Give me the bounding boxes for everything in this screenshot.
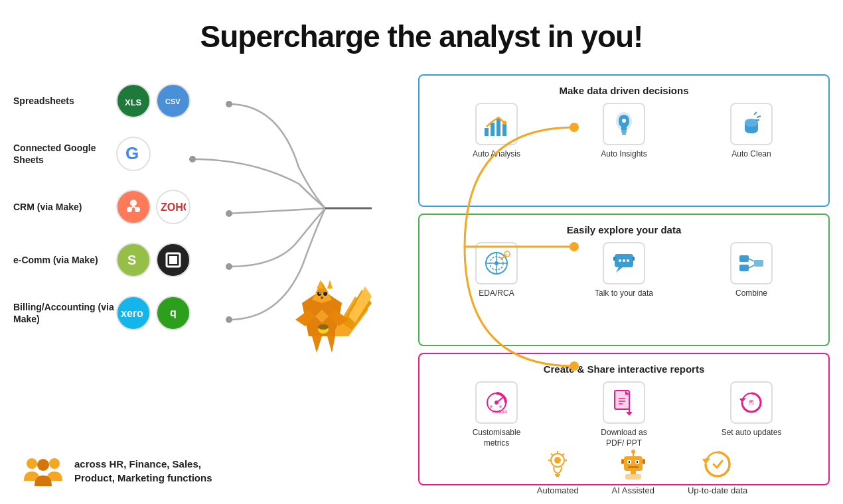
- download-pdf-icon-box: [603, 381, 645, 424]
- combine-icon-box: [730, 242, 773, 284]
- source-crm: CRM (via Make) ZOHO: [13, 180, 239, 233]
- svg-point-96: [49, 458, 60, 469]
- panel-decisions: Make data driven decisions: [418, 74, 830, 207]
- feature-automated: Automated: [537, 447, 579, 495]
- svg-rect-47: [497, 119, 500, 136]
- squirrel-icon: [269, 243, 375, 363]
- svg-point-68: [619, 259, 621, 262]
- svg-text:metrics: metrics: [493, 409, 508, 414]
- auto-clean-icon: [737, 109, 766, 139]
- auto-clean-icon-box: [730, 103, 773, 145]
- svg-point-70: [627, 259, 629, 262]
- eda-rca-icon-box: [475, 242, 518, 284]
- source-label-google: Connected Google Sheets: [13, 142, 116, 166]
- svg-rect-46: [491, 123, 495, 136]
- svg-point-13: [130, 200, 137, 206]
- talk-data-label: Talk to your data: [595, 288, 653, 299]
- auto-insights-icon: [609, 109, 639, 139]
- quickbooks-icon: q: [156, 296, 191, 330]
- svg-rect-21: [169, 256, 177, 264]
- panel-item-auto-clean: Auto Clean: [718, 103, 785, 160]
- svg-line-77: [749, 265, 754, 268]
- svg-rect-112: [628, 466, 639, 468]
- svg-rect-110: [629, 461, 630, 463]
- ai-assisted-icon: [616, 447, 651, 481]
- source-label-billing: Billing/Accounting (via Make): [13, 301, 116, 325]
- svg-rect-48: [502, 124, 506, 136]
- source-label-ecomm: e-Comm (via Make): [13, 254, 116, 266]
- svg-line-103: [562, 454, 564, 456]
- panel-item-combine: Combine: [718, 242, 785, 299]
- bottom-tagline-area: across HR, Finance, Sales, Product, Mark…: [20, 453, 382, 489]
- auto-analysis-icon-box: [475, 103, 518, 145]
- svg-rect-116: [643, 459, 645, 464]
- svg-marker-67: [616, 267, 623, 273]
- panel-decisions-title: Make data driven decisions: [433, 85, 815, 96]
- up-to-date-label: Up-to-date data: [688, 485, 747, 495]
- auto-updates-icon: [737, 388, 766, 417]
- svg-line-56: [757, 116, 761, 117]
- squirrel-area: [239, 114, 405, 492]
- svg-point-82: [499, 405, 502, 408]
- page-title: Supercharge the analyst in you!: [0, 0, 843, 54]
- source-label-crm: CRM (via Make): [13, 201, 116, 213]
- eda-rca-label: EDA/RCA: [479, 288, 514, 299]
- svg-rect-117: [631, 471, 636, 474]
- bottom-features: Automated: [461, 447, 823, 495]
- svg-text:ZOHO: ZOHO: [161, 202, 186, 213]
- zoho-icon: ZOHO: [156, 190, 191, 224]
- download-pdf-icon: [609, 388, 639, 417]
- hubspot-icon: [116, 190, 151, 224]
- source-google: Connected Google Sheets G: [13, 127, 239, 180]
- panel-item-auto-updates: Set auto updates: [718, 381, 785, 438]
- csv-icon: CSV: [156, 84, 191, 118]
- source-icons-ecomm: S: [116, 243, 191, 277]
- custom-metrics-icon-box: metrics: [475, 381, 518, 424]
- svg-rect-71: [613, 257, 615, 261]
- svg-point-37: [321, 296, 323, 299]
- svg-marker-43: [327, 336, 335, 353]
- svg-point-34: [317, 292, 321, 296]
- combine-icon: [737, 249, 766, 278]
- svg-marker-42: [312, 336, 322, 353]
- panel-item-auto-analysis: Auto Analysis: [463, 103, 530, 160]
- svg-point-97: [37, 459, 49, 471]
- svg-point-99: [554, 457, 561, 464]
- svg-marker-120: [702, 458, 710, 464]
- svg-marker-91: [626, 412, 633, 416]
- svg-point-62: [495, 261, 498, 265]
- svg-rect-107: [624, 456, 643, 471]
- shopify-icon: S: [116, 243, 151, 277]
- svg-marker-33: [327, 280, 333, 288]
- panel-item-eda-rca: EDA/RCA: [463, 242, 530, 299]
- source-label-spreadsheets: Spreadsheets: [13, 95, 116, 107]
- svg-point-81: [490, 405, 493, 408]
- auto-updates-icon-box: [730, 381, 773, 424]
- squarespace-icon: [156, 243, 191, 277]
- svg-point-114: [631, 450, 635, 454]
- panel-explore-items: EDA/RCA: [433, 242, 815, 299]
- sources-section: Spreadsheets XLS CSV Connected Google Sh…: [0, 61, 239, 492]
- svg-text:G: G: [125, 143, 139, 163]
- svg-text:CSV: CSV: [165, 97, 181, 105]
- panel-decisions-items: Auto Analysis Auto Insights: [433, 103, 815, 160]
- svg-rect-115: [621, 459, 624, 464]
- auto-insights-icon-box: [603, 103, 645, 145]
- svg-rect-111: [637, 461, 638, 463]
- svg-point-41: [318, 324, 329, 330]
- source-ecomm: e-Comm (via Make) S: [13, 233, 239, 286]
- source-icons-billing: xero q: [116, 296, 191, 330]
- bottom-tagline: across HR, Finance, Sales, Product, Mark…: [74, 457, 220, 485]
- automated-icon: [540, 447, 575, 481]
- eda-rca-icon: [482, 249, 511, 278]
- panel-reports-title: Create & Share interactive reports: [433, 363, 815, 375]
- svg-line-80: [497, 397, 503, 403]
- svg-text:xero: xero: [121, 308, 143, 319]
- svg-rect-51: [621, 131, 627, 133]
- auto-analysis-label: Auto Analysis: [473, 149, 520, 160]
- source-icons-google: G: [116, 137, 151, 171]
- svg-line-55: [754, 112, 757, 115]
- talk-data-icon-box: [603, 242, 645, 284]
- up-to-date-icon: [700, 447, 735, 481]
- main-layout: Spreadsheets XLS CSV Connected Google Sh…: [0, 61, 843, 492]
